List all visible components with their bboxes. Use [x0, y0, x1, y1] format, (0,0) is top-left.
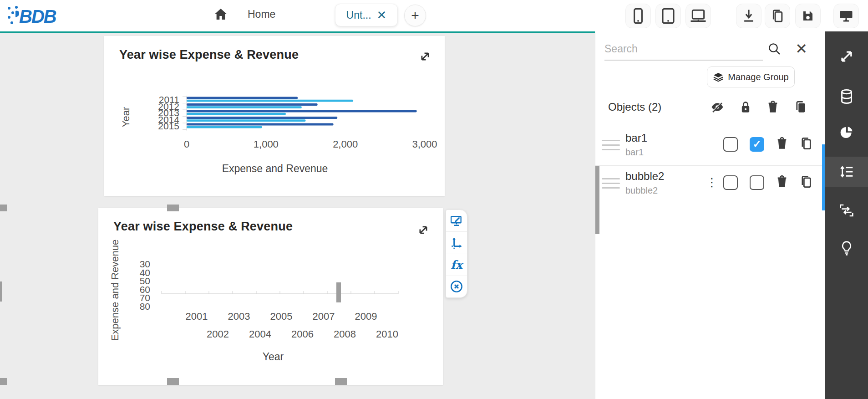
tablet-preview-button[interactable] [655, 4, 681, 28]
svg-text:2015: 2015 [158, 121, 179, 131]
add-tab-button[interactable]: + [404, 5, 426, 26]
close-icon: ✕ [795, 41, 807, 57]
save-button[interactable] [795, 4, 821, 28]
manage-group-button[interactable]: Manage Group [707, 66, 795, 87]
duplicate-icon [771, 9, 784, 23]
sidebar-item-swap[interactable] [825, 195, 868, 225]
svg-text:2009: 2009 [355, 311, 377, 322]
trash-icon [776, 175, 788, 188]
svg-text:2008: 2008 [334, 328, 356, 340]
trash-icon [767, 101, 779, 113]
hide-all-button[interactable] [711, 101, 724, 115]
edit-chart-icon [450, 215, 463, 227]
sidebar-item-charts[interactable] [825, 118, 868, 148]
widget-action-toolbar: fx [446, 210, 467, 298]
dashboard-tab[interactable]: Unt... ✕ [335, 4, 398, 26]
resize-handle-left-middle[interactable] [0, 281, 2, 302]
tab-close-icon[interactable]: ✕ [377, 9, 387, 21]
search-input[interactable]: Search [604, 43, 638, 55]
tablet-icon [661, 8, 675, 24]
object-checkbox-2[interactable]: ✓ [750, 137, 764, 152]
object-row-bar1[interactable]: bar1 bar1 ✓ [595, 128, 825, 165]
tools-sidebar [825, 31, 868, 399]
sidebar-item-insights[interactable] [825, 233, 868, 263]
delete-all-button[interactable] [767, 101, 779, 115]
widget-card-bubble2[interactable]: Year wise Expense & Revenue Expense and … [98, 208, 443, 385]
preview-mode-button[interactable] [833, 4, 859, 28]
drag-handle-icon[interactable] [602, 140, 620, 150]
search-underline [604, 60, 763, 61]
svg-text:3,000: 3,000 [412, 138, 437, 150]
save-icon [801, 9, 815, 23]
desktop-preview-button[interactable] [685, 4, 711, 28]
object-checkbox-1[interactable] [723, 175, 738, 190]
search-button[interactable] [767, 41, 782, 58]
svg-text:2003: 2003 [228, 311, 250, 322]
resize-handle-top-left[interactable] [0, 205, 7, 211]
sidebar-item-layers-order[interactable] [825, 157, 868, 187]
resize-handle-bottom-right[interactable] [335, 378, 347, 385]
copy-dashboard-button[interactable] [765, 4, 790, 28]
object-checkbox-2[interactable] [750, 175, 764, 190]
objects-count-label: Objects (2) [608, 101, 661, 113]
home-nav[interactable]: Home [213, 7, 275, 21]
svg-text:2,000: 2,000 [333, 138, 358, 150]
top-toolbar: BDB Home Unt... ✕ + [0, 0, 868, 31]
bdb-logo[interactable]: BDB [6, 3, 66, 28]
panel-close-button[interactable]: ✕ [795, 41, 807, 56]
drag-handle-icon[interactable] [602, 178, 620, 189]
laptop-icon [690, 8, 707, 24]
svg-text:2004: 2004 [249, 328, 271, 340]
app-window: BDB Home Unt... ✕ + [0, 0, 868, 399]
formula-button[interactable]: fx [446, 254, 467, 276]
svg-text:2002: 2002 [207, 328, 229, 340]
object-name: bar1 [625, 132, 647, 144]
svg-text:2007: 2007 [313, 311, 335, 322]
database-icon [840, 89, 853, 104]
more-options-icon[interactable]: ⋮ [706, 179, 711, 186]
tab-label: Unt... [346, 9, 371, 21]
bdb-logo-icon: BDB [6, 3, 66, 28]
bar-chart-plot: Year2011201220132014201501,0002,0003,000… [104, 36, 445, 196]
delete-object-button[interactable] [776, 137, 788, 152]
svg-text:Expense and Revenue: Expense and Revenue [222, 163, 328, 174]
home-icon [213, 7, 228, 21]
svg-text:2005: 2005 [270, 311, 293, 322]
object-name: bubble2 [625, 170, 664, 183]
duplicate-icon [800, 137, 812, 150]
axes-settings-button[interactable] [446, 232, 467, 254]
export-button[interactable] [736, 4, 761, 28]
line-spacing-icon [839, 165, 854, 179]
dashboard-canvas[interactable]: Year wise Expense & Revenue Year20112012… [0, 33, 595, 399]
object-row-bubble2[interactable]: bubble2 bubble2 ⋮ [595, 166, 825, 204]
trash-icon [776, 137, 788, 150]
remove-widget-button[interactable] [446, 276, 467, 297]
svg-text:2006: 2006 [291, 328, 314, 340]
widget-card-bar1[interactable]: Year wise Expense & Revenue Year20112012… [104, 36, 445, 196]
row-divider [595, 165, 825, 166]
svg-text:1,000: 1,000 [254, 138, 279, 150]
resize-handle-bottom-middle[interactable] [167, 378, 179, 385]
duplicate-object-button[interactable] [800, 137, 812, 152]
lock-all-button[interactable] [740, 101, 751, 115]
edit-chart-button[interactable] [446, 210, 467, 232]
sidebar-item-data-source[interactable] [825, 82, 868, 112]
svg-text:0: 0 [184, 138, 189, 150]
svg-text:Year: Year [120, 107, 132, 127]
object-checkbox-1[interactable] [723, 137, 738, 152]
resize-handle-bottom-left[interactable] [0, 378, 7, 385]
objects-panel: Search ✕ Manage Group Objects (2) [595, 31, 825, 399]
monitor-icon [839, 9, 853, 23]
download-icon [742, 9, 756, 23]
objects-header: Objects (2) [595, 95, 825, 121]
mobile-preview-button[interactable] [625, 4, 651, 28]
svg-text:Expense and Revenue: Expense and Revenue [109, 240, 121, 341]
sidebar-item-fullscreen[interactable] [825, 41, 868, 72]
plus-icon: + [411, 8, 419, 23]
duplicate-object-button[interactable] [800, 175, 812, 190]
duplicate-all-button[interactable] [794, 101, 807, 115]
resize-handle-top-middle[interactable] [167, 205, 179, 211]
resize-handle-right-middle[interactable] [336, 282, 341, 302]
delete-object-button[interactable] [776, 175, 788, 190]
duplicate-icon [794, 101, 807, 113]
